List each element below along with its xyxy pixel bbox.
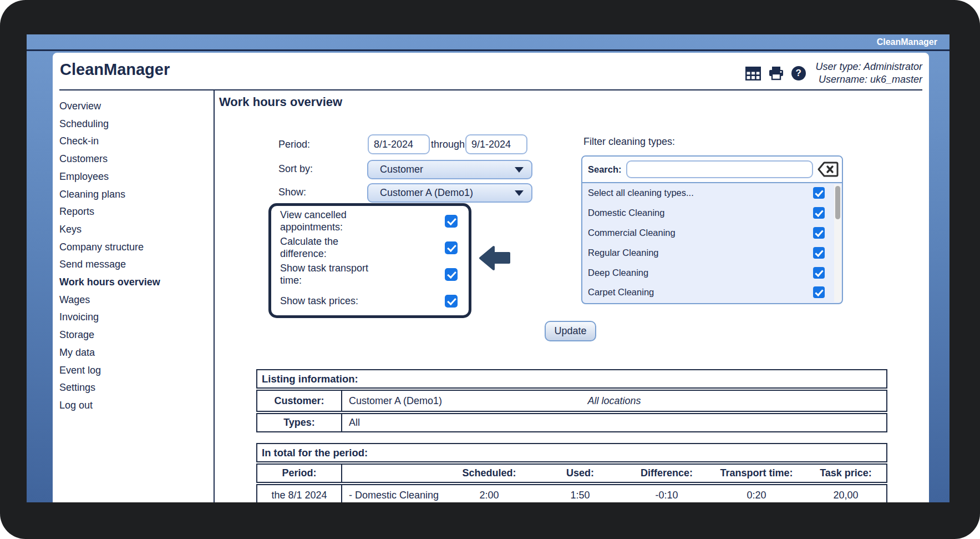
option-row: View cancelled appointments:	[271, 208, 469, 234]
cleaning-type-label: Select all cleaning types...	[588, 188, 694, 198]
window-titlebar: CleanManager	[27, 34, 949, 51]
page-title: Work hours overview	[219, 95, 342, 109]
sidebar-item[interactable]: Reports	[53, 203, 214, 221]
sidebar-item[interactable]: Check-in	[53, 133, 214, 150]
checkbox-checked-icon[interactable]	[813, 227, 825, 239]
checkbox-checked-icon[interactable]	[813, 286, 825, 298]
checkbox-checked-icon[interactable]	[445, 268, 458, 281]
sort-by-dropdown[interactable]: Customer	[367, 160, 532, 179]
col-difference: Difference:	[626, 465, 708, 482]
search-label: Search:	[588, 164, 622, 175]
cleaning-type-label: Carpet Cleaning	[588, 287, 654, 298]
checkbox-checked-icon[interactable]	[813, 187, 825, 199]
sidebar-item[interactable]: Company structure	[53, 239, 214, 256]
device-frame: CleanManager CleanManager	[0, 0, 980, 539]
checkbox-checked-icon[interactable]	[445, 215, 458, 228]
sidebar-item[interactable]: Log out	[53, 397, 214, 415]
option-row: Show task transport time:	[271, 261, 469, 288]
help-icon[interactable]	[791, 66, 806, 80]
cell-scheduled: 2:00	[444, 485, 535, 502]
checkbox-checked-icon[interactable]	[813, 247, 825, 259]
chevron-down-icon	[515, 167, 524, 173]
option-row: Calculate the difference:	[271, 234, 469, 261]
user-type-text: User type: Administrator	[816, 61, 922, 73]
filter-search-row: Search:	[582, 157, 842, 183]
option-label: Show task transport time:	[280, 262, 377, 286]
search-input[interactable]	[626, 160, 813, 178]
table-row: Customer: Customer A (Demo1) All locatio…	[256, 390, 887, 412]
listing-info-table: Listing information: Customer: Customer …	[256, 369, 887, 432]
table-grid-icon[interactable]	[745, 67, 761, 80]
header-icons	[745, 66, 806, 80]
sidebar-item[interactable]: Settings	[53, 379, 214, 397]
main-content: Work hours overview Period: through Sort…	[215, 90, 929, 502]
totals-data-row: the 8/1 2024 - Domestic Cleaning 2:00 1:…	[256, 484, 887, 502]
sidebar-item[interactable]: Send message	[53, 256, 214, 274]
sidebar-item[interactable]: Storage	[53, 326, 214, 344]
app-window: CleanManager CleanManager	[27, 34, 949, 502]
period-label: Period:	[278, 139, 310, 150]
page-panel: CleanManager User type:	[53, 53, 929, 502]
update-button[interactable]: Update	[545, 321, 596, 341]
sidebar-item[interactable]: Scheduling	[53, 115, 214, 133]
checkbox-checked-icon[interactable]	[813, 207, 825, 219]
cleaning-type-label: Domestic Cleaning	[588, 208, 664, 218]
sidebar-item[interactable]: Overview	[53, 98, 214, 115]
col-task-price: Task price:	[805, 465, 886, 482]
customer-note: All locations	[587, 395, 641, 407]
cleaning-type-row: Select all cleaning types...	[582, 183, 833, 203]
col-transport-time: Transport time:	[708, 465, 805, 482]
period-from-input[interactable]	[368, 134, 430, 154]
printer-icon[interactable]	[769, 66, 784, 80]
customer-label: Customer:	[257, 391, 342, 411]
sidebar-item[interactable]: Invoicing	[53, 309, 214, 326]
sidebar-item[interactable]: Work hours overview	[53, 274, 214, 291]
filter-scrollbar-thumb[interactable]	[835, 186, 840, 219]
sidebar-item[interactable]: My data	[53, 344, 214, 362]
header-right-cluster: User type: Administrator Username: uk6_m…	[745, 58, 922, 88]
sidebar-item[interactable]: Employees	[53, 168, 214, 186]
option-row: Show task prices:	[271, 288, 469, 314]
show-label: Show:	[278, 187, 306, 198]
filter-scrollbar[interactable]	[834, 184, 841, 302]
col-period: Period:	[257, 465, 342, 482]
cleaning-type-row: Domestic Cleaning	[582, 203, 833, 223]
show-dropdown[interactable]: Customer A (Demo1)	[367, 183, 532, 203]
cell-period: the 8/1 2024	[257, 485, 342, 502]
checkbox-checked-icon[interactable]	[813, 267, 825, 279]
totals-header-row: Period: Scheduled: Used: Difference: Tra…	[256, 464, 887, 483]
table-row: Types: All	[256, 413, 887, 432]
cleaning-type-row: Commercial Cleaning	[582, 223, 833, 243]
option-label: View cancelled appointments:	[280, 209, 377, 233]
window-title: CleanManager	[877, 37, 937, 47]
options-highlight-box: View cancelled appointments: Calculate t…	[268, 203, 471, 318]
clear-search-icon[interactable]	[817, 162, 839, 177]
cell-price: 20,00	[805, 485, 886, 502]
filter-list: Select all cleaning types... Domestic Cl…	[582, 183, 842, 303]
sidebar-item[interactable]: Wages	[53, 291, 214, 309]
username-text: Username: uk6_master	[816, 73, 922, 86]
checkbox-checked-icon[interactable]	[445, 241, 458, 254]
cleaning-type-row: Regular Cleaning	[582, 243, 833, 263]
sort-by-value: Customer	[380, 164, 423, 175]
totals-table: In total for the period: Period: Schedul…	[256, 443, 887, 502]
sidebar-item[interactable]: Event log	[53, 362, 214, 380]
option-label: Calculate the difference:	[280, 235, 377, 260]
sidebar-item[interactable]: Customers	[53, 150, 214, 168]
sort-by-label: Sort by:	[278, 163, 313, 175]
sidebar-item[interactable]: Keys	[53, 221, 214, 239]
cell-difference: -0:10	[626, 485, 708, 502]
period-to-input[interactable]	[465, 134, 527, 154]
totals-title: In total for the period:	[256, 443, 887, 462]
sidebar-item[interactable]: Cleaning plans	[53, 186, 214, 204]
checkbox-checked-icon[interactable]	[445, 295, 458, 308]
user-info: User type: Administrator Username: uk6_m…	[816, 61, 922, 86]
show-value: Customer A (Demo1)	[380, 187, 473, 199]
cleaning-type-label: Regular Cleaning	[588, 248, 659, 258]
cleaning-type-row: Carpet Cleaning	[582, 283, 833, 303]
cleaning-type-label: Commercial Cleaning	[588, 228, 676, 238]
types-value: All	[342, 414, 886, 431]
customer-value: Customer A (Demo1)	[349, 395, 442, 407]
cleaning-type-row: Deep Cleaning	[582, 263, 833, 283]
listing-info-title: Listing information:	[256, 369, 887, 389]
